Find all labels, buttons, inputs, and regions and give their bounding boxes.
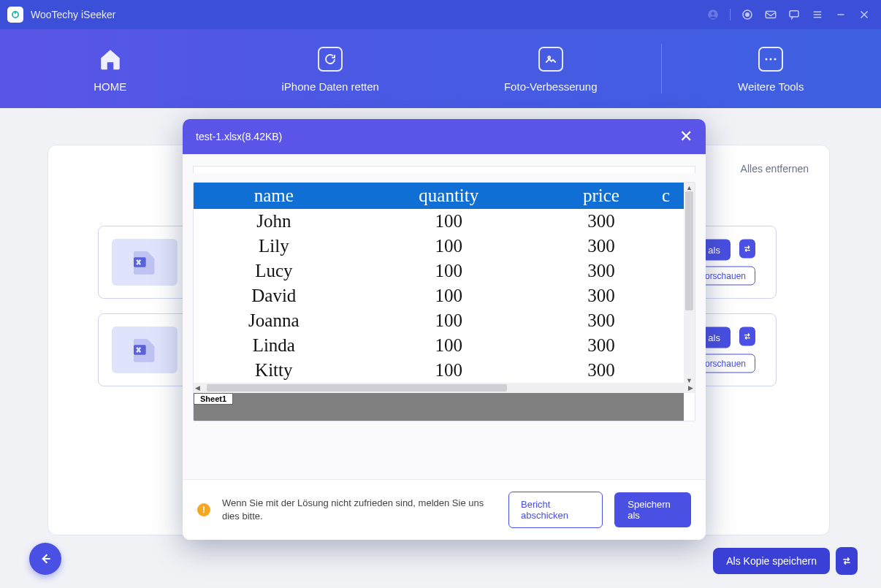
image-icon — [537, 45, 565, 73]
nav-label: HOME — [94, 80, 126, 93]
svg-point-2 — [712, 12, 715, 15]
remove-all-label: Alles entfernen — [741, 163, 809, 175]
vertical-scrollbar[interactable]: ▲ ▼ — [684, 183, 695, 386]
report-button[interactable]: Bericht abschicken — [508, 492, 603, 528]
svg-point-8 — [766, 58, 768, 60]
main-nav: HOME iPhone Daten retten Foto-Verbesseru… — [0, 29, 881, 108]
nav-home[interactable]: HOME — [0, 29, 221, 108]
close-icon[interactable]: ✕ — [679, 127, 693, 146]
preview-table: name quantity price c John100300 Lily100… — [194, 183, 684, 383]
content-area: Alles entfernen ern als Vorschauen ern a… — [0, 108, 881, 588]
table-row: Lily100300 — [194, 234, 684, 259]
footer-message: Wenn Sie mit der Lösung nicht zufrieden … — [222, 497, 485, 523]
separator — [730, 9, 731, 20]
target-icon[interactable] — [741, 8, 754, 21]
nav-photo-enhance[interactable]: Foto-Verbesserung — [440, 29, 661, 108]
col-header: quantity — [354, 183, 544, 209]
table-row: John100300 — [194, 209, 684, 234]
nav-iphone-recover[interactable]: iPhone Daten retten — [221, 29, 441, 108]
svg-rect-12 — [134, 345, 146, 354]
sheet-tabs-bar: Sheet1 — [194, 393, 684, 421]
excel-icon — [112, 239, 178, 286]
save-as-copy-group: Als Kopie speichern — [713, 547, 858, 575]
remove-all-link[interactable]: Alles entfernen — [741, 163, 809, 175]
refresh-icon — [316, 45, 344, 73]
table-row: Kitty100300 — [194, 358, 684, 383]
swap-icon[interactable] — [836, 547, 858, 575]
svg-point-4 — [746, 13, 750, 17]
modal-header: test-1.xlsx(8.42KB) ✕ — [183, 119, 706, 154]
titlebar: WooTechy iSeeker — [0, 0, 881, 29]
swap-icon[interactable] — [739, 240, 755, 259]
col-header: price — [544, 183, 659, 209]
horizontal-scrollbar[interactable]: ◀ ▶ — [194, 383, 695, 393]
nav-more-tools[interactable]: Weitere Tools — [661, 29, 882, 108]
svg-rect-11 — [134, 257, 146, 267]
preview-modal: test-1.xlsx(8.42KB) ✕ name quantity pric… — [183, 119, 706, 540]
mail-icon[interactable] — [764, 8, 777, 21]
table-row: Lucy100300 — [194, 259, 684, 283]
home-icon — [96, 45, 124, 73]
col-header: c — [659, 183, 684, 209]
save-as-button[interactable]: Speichern als — [614, 492, 691, 527]
svg-point-9 — [770, 58, 772, 60]
scroll-left-icon[interactable]: ◀ — [194, 384, 202, 392]
modal-title: test-1.xlsx(8.42KB) — [196, 131, 282, 142]
excel-icon — [112, 327, 178, 373]
back-button[interactable] — [29, 543, 61, 575]
scroll-down-icon[interactable]: ▼ — [686, 377, 693, 384]
save-as-copy-button[interactable]: Als Kopie speichern — [713, 548, 830, 574]
menu-icon[interactable] — [811, 8, 824, 21]
scroll-up-icon[interactable]: ▲ — [686, 184, 693, 191]
nav-label: Weitere Tools — [738, 80, 804, 93]
nav-label: Foto-Verbesserung — [504, 80, 598, 93]
col-header: name — [194, 183, 354, 209]
modal-body: name quantity price c John100300 Lily100… — [183, 154, 706, 479]
app-title: WooTechy iSeeker — [31, 9, 115, 20]
spreadsheet-preview: name quantity price c John100300 Lily100… — [193, 182, 695, 421]
warning-icon: ! — [197, 503, 210, 516]
sheet-tab[interactable]: Sheet1 — [194, 393, 233, 405]
svg-rect-5 — [766, 12, 776, 18]
app-logo — [7, 7, 23, 23]
more-icon — [757, 45, 785, 73]
svg-rect-6 — [790, 11, 798, 17]
table-row: Linda100300 — [194, 333, 684, 358]
table-row: David100300 — [194, 283, 684, 308]
modal-footer: ! Wenn Sie mit der Lösung nicht zufriede… — [183, 479, 706, 540]
close-icon[interactable] — [858, 8, 871, 21]
account-icon[interactable] — [706, 8, 720, 21]
svg-point-10 — [774, 58, 777, 60]
nav-label: iPhone Daten retten — [282, 80, 379, 93]
table-row: Joanna100300 — [194, 308, 684, 333]
minimize-icon[interactable] — [834, 8, 847, 21]
swap-icon[interactable] — [739, 327, 755, 346]
chat-icon[interactable] — [787, 8, 801, 21]
